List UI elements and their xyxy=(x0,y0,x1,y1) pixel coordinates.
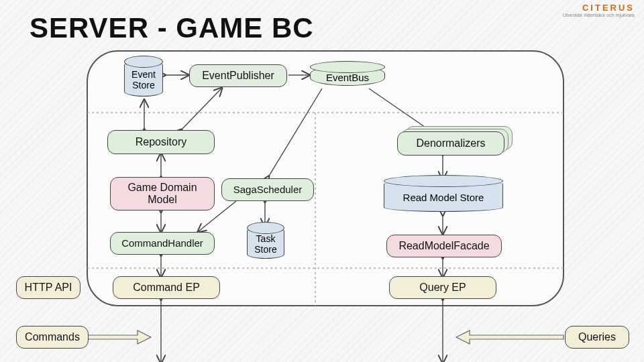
command-handler: CommandHandler xyxy=(110,232,215,255)
query-ep: Query EP xyxy=(389,276,496,299)
logo: CITERUS Utvecklar människor och mjukvara xyxy=(563,3,635,17)
event-publisher: EventPublisher xyxy=(189,64,287,87)
logo-tagline: Utvecklar människor och mjukvara xyxy=(563,13,635,17)
queries: Queries xyxy=(565,326,629,349)
http-api: HTTP API xyxy=(16,276,80,299)
read-model-store-db: Read Model Store xyxy=(384,180,503,212)
event-bus: EventBus xyxy=(310,66,385,86)
game-domain-model: Game DomainModel xyxy=(110,177,215,210)
diagram-canvas xyxy=(0,0,644,362)
logo-brand: CITERUS xyxy=(563,3,635,13)
saga-scheduler: SagaScheduler xyxy=(221,178,314,201)
read-model-facade: ReadModelFacade xyxy=(386,235,502,257)
commands: Commands xyxy=(16,326,89,349)
task-store-db: TaskStore xyxy=(247,227,284,259)
command-ep: Command EP xyxy=(113,276,220,299)
page-title: SERVER - GAME BC xyxy=(30,12,314,44)
denormalizers: Denormalizers xyxy=(397,131,504,156)
event-store-db: EventStore xyxy=(124,60,163,97)
repository: Repository xyxy=(107,130,215,154)
